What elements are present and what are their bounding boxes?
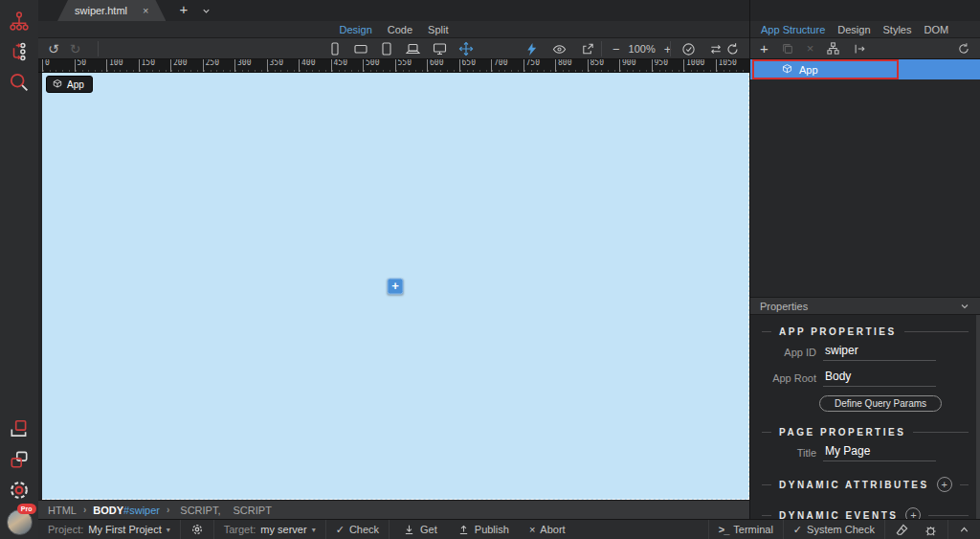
new-tab-button[interactable]: +	[179, 0, 188, 21]
view-mode-split[interactable]: Split	[428, 24, 448, 35]
add-element-button[interactable]: +	[388, 278, 404, 294]
page-title-input[interactable]: My Page	[823, 444, 936, 461]
expand-inline-icon[interactable]	[853, 42, 867, 56]
tab-dom[interactable]: DOM	[924, 24, 948, 35]
tree-item-app[interactable]: App	[750, 59, 980, 79]
desktop-icon[interactable]	[432, 41, 448, 56]
updates-icon[interactable]	[6, 415, 33, 442]
tab-list-dropdown-icon[interactable]	[201, 0, 212, 21]
caret-down-icon: ▾	[312, 526, 316, 534]
validate-check-icon[interactable]	[681, 42, 696, 56]
redo-icon[interactable]: ↻	[70, 42, 81, 56]
define-query-params-button[interactable]: Define Query Params	[819, 395, 942, 412]
ruler-tick: 1000	[683, 59, 716, 73]
dynamic-data-lightning-icon[interactable]	[524, 42, 539, 56]
ruler-tick: 250	[203, 59, 235, 73]
view-mode-design[interactable]: Design	[340, 24, 372, 35]
workflow-icon[interactable]	[6, 38, 33, 65]
zoom-out-button[interactable]: −	[612, 42, 620, 56]
tab-styles[interactable]: Styles	[883, 24, 912, 35]
zoom-level[interactable]: 100%	[629, 43, 656, 55]
app-root-field: App Root Body	[750, 370, 980, 387]
right-panel-top-spacer	[750, 0, 980, 21]
component-tree-icon[interactable]	[826, 41, 840, 56]
laptop-icon[interactable]	[405, 41, 421, 56]
toolbar-separator	[601, 41, 602, 56]
system-check-button[interactable]: ✓ System Check	[783, 520, 884, 539]
app-id-input[interactable]: swiper	[823, 344, 936, 361]
swap-sync-icon[interactable]	[708, 42, 724, 56]
preview-eye-icon[interactable]	[551, 42, 568, 56]
ruler-tick: 100	[106, 59, 139, 73]
extensions-icon[interactable]	[6, 446, 33, 473]
app-structure-toolbar: + ×	[750, 38, 980, 59]
tab-close-icon[interactable]: ×	[143, 5, 148, 16]
terminal-button[interactable]: >_ Terminal	[708, 520, 783, 539]
right-panel-tabs: App Structure Design Styles DOM	[750, 21, 980, 38]
properties-panel: APP PROPERTIES App ID swiper App Root Bo…	[750, 315, 980, 519]
delete-component-icon[interactable]: ×	[807, 42, 814, 55]
breadcrumb-body-tag: BODY	[93, 505, 123, 516]
app-element-badge[interactable]: App	[46, 76, 93, 93]
project-selector[interactable]: Project: My First Project ▾	[38, 520, 181, 539]
open-in-browser-icon[interactable]	[580, 42, 595, 56]
dynamic-attributes-heading: DYNAMIC ATTRIBUTES +	[762, 477, 969, 492]
site-structure-icon[interactable]	[6, 8, 33, 34]
add-dynamic-attribute-button[interactable]: +	[937, 477, 952, 492]
add-component-button[interactable]: +	[760, 41, 768, 56]
collapse-panel-button[interactable]	[947, 520, 980, 539]
check-icon: ✓	[336, 524, 345, 536]
app-structure-tree: App	[750, 59, 980, 297]
settings-gear-icon[interactable]	[6, 477, 33, 504]
zoom-group: − 100% +	[612, 38, 671, 59]
ruler-tick: 950	[652, 59, 684, 73]
check-button[interactable]: ✓ Check	[326, 520, 390, 539]
ruler-tick: 800	[555, 59, 588, 73]
app-id-label: App ID	[750, 347, 823, 358]
eraser-icon[interactable]	[895, 523, 909, 537]
refresh-structure-icon[interactable]	[957, 42, 970, 56]
project-settings-button[interactable]	[181, 520, 214, 539]
tab-design[interactable]: Design	[837, 24, 870, 35]
target-selector[interactable]: Target: my server ▾	[214, 520, 326, 539]
copy-component-icon[interactable]	[781, 42, 794, 56]
tablet-portrait-icon[interactable]	[379, 41, 394, 56]
undo-icon[interactable]: ↺	[48, 42, 59, 56]
properties-title: Properties	[760, 301, 808, 312]
target-value: my server	[260, 524, 306, 535]
download-icon	[403, 524, 415, 536]
check-icon: ✓	[793, 524, 802, 536]
publish-button[interactable]: Publish	[457, 524, 509, 536]
phone-portrait-icon[interactable]	[327, 41, 343, 56]
move-resize-icon[interactable]	[458, 41, 474, 56]
search-icon[interactable]	[6, 69, 33, 96]
preview-actions-group	[524, 38, 595, 59]
breadcrumb-script-2[interactable]: SCRIPT	[234, 505, 272, 516]
terminal-label: Terminal	[733, 524, 773, 535]
ruler-tick: 400	[299, 59, 331, 73]
refresh-group	[725, 38, 740, 59]
app-properties-heading: APP PROPERTIES	[762, 326, 969, 337]
abort-button[interactable]: × Abort	[529, 524, 566, 535]
breadcrumb-separator-icon: ›	[167, 505, 169, 515]
breadcrumb-html[interactable]: HTML	[48, 505, 77, 516]
design-canvas[interactable]: App +	[42, 73, 749, 500]
toolbar-separator	[670, 41, 671, 56]
ruler-tick: 450	[331, 59, 364, 73]
bug-icon[interactable]	[924, 523, 938, 537]
abort-label: Abort	[540, 524, 565, 535]
section-title: DYNAMIC ATTRIBUTES	[779, 480, 929, 490]
ruler-tick: 850	[588, 59, 620, 73]
app-root-input[interactable]: Body	[823, 370, 936, 387]
refresh-icon[interactable]	[725, 42, 740, 56]
tab-app-structure[interactable]: App Structure	[761, 24, 825, 35]
properties-header[interactable]: Properties	[750, 297, 980, 315]
breadcrumb-body-id: #swiper	[123, 505, 160, 516]
breadcrumb-body[interactable]: BODY#swiper	[93, 505, 160, 516]
user-avatar[interactable]: Pro	[7, 509, 33, 535]
breadcrumb-script-1[interactable]: SCRIPT,	[180, 505, 220, 516]
view-mode-code[interactable]: Code	[388, 24, 412, 35]
get-button[interactable]: Get	[403, 524, 437, 536]
phone-landscape-icon[interactable]	[353, 41, 368, 56]
tab-swiper-html[interactable]: swiper.html ×	[57, 0, 166, 21]
